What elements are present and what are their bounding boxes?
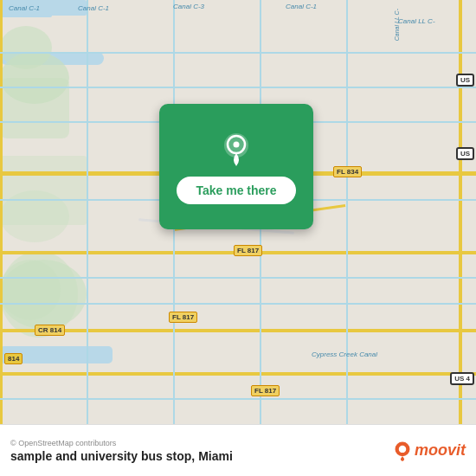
cr814-label: CR 814 — [35, 325, 65, 336]
map-view: Canal C-1 Canal C-1 Canal C-3 Canal C-1 … — [0, 0, 476, 424]
canal-label-c1-right: Canal C-1 — [286, 3, 317, 10]
canal-label-c3: Canal C-3 — [173, 3, 204, 10]
fl834-label: FL 834 — [333, 166, 362, 177]
us-shield-1: US — [456, 74, 474, 87]
moovit-logo: moovit — [392, 441, 466, 461]
moovit-pin-icon — [392, 441, 413, 461]
take-me-there-button[interactable]: Take me there — [177, 177, 295, 204]
map-attribution: © OpenStreetMap contributors — [10, 439, 233, 447]
canal-label-ll: Canal LL C- — [398, 17, 435, 25]
moovit-wordmark: moovit — [415, 441, 466, 460]
bottom-info: © OpenStreetMap contributors sample and … — [10, 439, 233, 463]
us-shield-3: US 4 — [450, 372, 474, 385]
popup-card: Take me there — [159, 104, 313, 229]
cypress-creek-label: Cypress Creek Canal — [312, 351, 377, 358]
canal-ll-label: Canal LL C- — [394, 9, 400, 41]
bottom-bar: © OpenStreetMap contributors sample and … — [0, 424, 476, 476]
svg-point-4 — [399, 445, 406, 452]
us-shield-2: US — [456, 147, 474, 160]
fl817-label-3: FL 817 — [251, 385, 280, 396]
fl817-label-2: FL 817 — [169, 312, 197, 323]
city-name: Miami — [198, 449, 233, 463]
fl817-label-1: FL 817 — [234, 245, 262, 256]
r814-label: 814 — [4, 353, 23, 364]
canal-label-c1-left: Canal C-1 — [9, 4, 40, 12]
location-pin-icon — [217, 130, 255, 168]
svg-point-2 — [234, 141, 240, 147]
stop-name: sample and university bus stop, — [10, 449, 195, 463]
canal-label-c1-mid: Canal C-1 — [78, 4, 109, 12]
